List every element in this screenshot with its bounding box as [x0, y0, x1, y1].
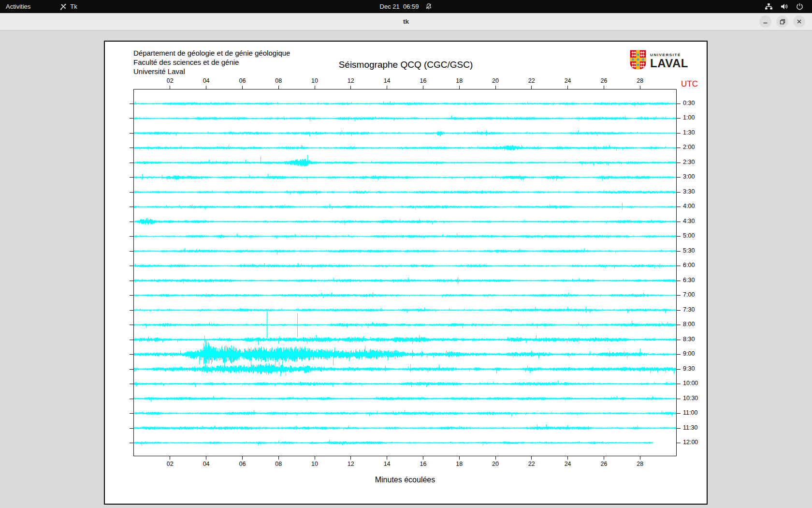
- tk-window-body: Département de géologie et de génie géol…: [0, 31, 812, 508]
- minute-tick-label: 22: [525, 461, 538, 467]
- x-axis-title: Minutes écoulées: [133, 476, 677, 484]
- seismogram-traces: [134, 90, 676, 456]
- row-tick: [677, 222, 681, 222]
- utc-row-label: 9:00: [683, 350, 695, 357]
- utc-row-label: 9:30: [683, 365, 695, 372]
- utc-row-label: 2:00: [683, 144, 695, 150]
- row-tick: [677, 192, 681, 193]
- volume-icon: [781, 3, 788, 10]
- universite-laval-logo: UNIVERSITÉ LAVAL: [630, 50, 688, 72]
- row-tick: [677, 354, 681, 355]
- utc-row-label: 2:30: [683, 159, 695, 165]
- row-tick: [130, 177, 133, 178]
- row-tick: [677, 104, 681, 104]
- gnome-topbar: Activities: [0, 0, 812, 13]
- row-tick: [130, 384, 133, 384]
- row-tick: [677, 369, 681, 370]
- row-tick: [677, 133, 681, 134]
- minute-tick-label: 18: [453, 461, 465, 467]
- minute-tick: [242, 456, 243, 460]
- row-tick: [130, 281, 133, 281]
- department-line: Département de géologie et de génie géol…: [133, 48, 290, 58]
- utc-row-label: 11:30: [683, 424, 697, 431]
- row-tick: [130, 236, 133, 237]
- minute-tick-label: 16: [417, 77, 429, 84]
- clock-menu[interactable]: Dec 21 06:59: [380, 0, 433, 13]
- minute-tick: [206, 86, 206, 89]
- row-tick: [130, 207, 133, 207]
- row-tick: [677, 177, 681, 178]
- minute-tick-label: 26: [597, 461, 610, 467]
- minimize-button[interactable]: [759, 15, 771, 28]
- minute-tick-label: 02: [164, 461, 176, 467]
- row-tick: [677, 413, 681, 414]
- activities-button[interactable]: Activities: [0, 0, 36, 13]
- row-tick: [677, 118, 681, 119]
- minute-tick-label: 24: [562, 77, 574, 84]
- minute-tick-label: 28: [634, 77, 646, 84]
- restore-button[interactable]: [776, 15, 788, 28]
- row-tick: [130, 148, 133, 148]
- row-tick: [677, 295, 681, 296]
- utc-row-label: 7:30: [683, 306, 695, 313]
- utc-row-label: 6:30: [683, 277, 695, 284]
- window-title: tk: [403, 18, 409, 25]
- focused-app-label: Tk: [70, 3, 77, 10]
- seismograph-title: Séismographe QCQ (CGC/GSC): [105, 60, 707, 70]
- close-button[interactable]: [793, 15, 805, 28]
- minute-tick-label: 22: [525, 77, 538, 84]
- minute-tick: [170, 456, 170, 460]
- minute-tick: [640, 456, 640, 460]
- minute-tick-label: 02: [164, 77, 176, 84]
- minute-tick: [531, 456, 532, 460]
- minute-tick: [604, 456, 604, 460]
- laval-shield-icon: [630, 50, 646, 72]
- row-tick: [677, 163, 681, 163]
- minute-tick: [350, 86, 351, 89]
- window-titlebar[interactable]: tk: [0, 13, 812, 30]
- minute-tick: [242, 86, 243, 89]
- utc-row-label: 5:30: [683, 247, 695, 254]
- utc-row-label: 6:00: [683, 262, 695, 269]
- notifications-muted-icon: [425, 3, 432, 10]
- utc-row-label: 5:00: [683, 232, 695, 239]
- logo-laval-text: LAVAL: [650, 58, 688, 69]
- row-tick: [677, 399, 681, 399]
- row-tick: [677, 443, 681, 443]
- minute-tick-label: 16: [417, 461, 429, 467]
- row-tick: [677, 251, 681, 252]
- utc-row-label: 11:00: [683, 409, 697, 416]
- minute-tick: [387, 86, 387, 89]
- minute-tick-label: 28: [634, 461, 646, 467]
- minute-tick: [459, 456, 460, 460]
- seismograph-canvas: Département de géologie et de génie géol…: [104, 41, 708, 505]
- minute-tick: [567, 456, 568, 460]
- row-tick: [677, 310, 681, 311]
- row-tick: [130, 413, 133, 414]
- minute-tick: [495, 86, 496, 89]
- row-tick: [130, 354, 133, 355]
- minute-tick: [278, 86, 279, 89]
- system-status-area[interactable]: [765, 0, 812, 13]
- utc-row-label: 8:30: [683, 336, 695, 343]
- row-tick: [130, 399, 133, 399]
- topbar-left: Activities: [0, 0, 77, 13]
- focused-app-indicator[interactable]: Tk: [59, 3, 77, 10]
- minute-tick: [567, 86, 568, 89]
- row-tick: [130, 118, 133, 119]
- minute-tick: [495, 456, 496, 460]
- row-tick: [130, 369, 133, 370]
- utc-row-label: 7:00: [683, 291, 695, 298]
- power-icon: [796, 3, 803, 10]
- minute-tick-label: 24: [562, 461, 574, 467]
- utc-row-label: 4:00: [683, 203, 695, 209]
- row-tick: [677, 207, 681, 207]
- minute-tick-label: 14: [381, 77, 393, 84]
- minute-tick-label: 08: [272, 77, 285, 84]
- row-tick: [130, 104, 133, 104]
- minute-tick: [170, 86, 170, 89]
- minute-tick-label: 12: [345, 77, 357, 84]
- row-tick: [130, 251, 133, 252]
- utc-row-label: 1:30: [683, 129, 695, 136]
- tk-app-icon: [59, 3, 67, 10]
